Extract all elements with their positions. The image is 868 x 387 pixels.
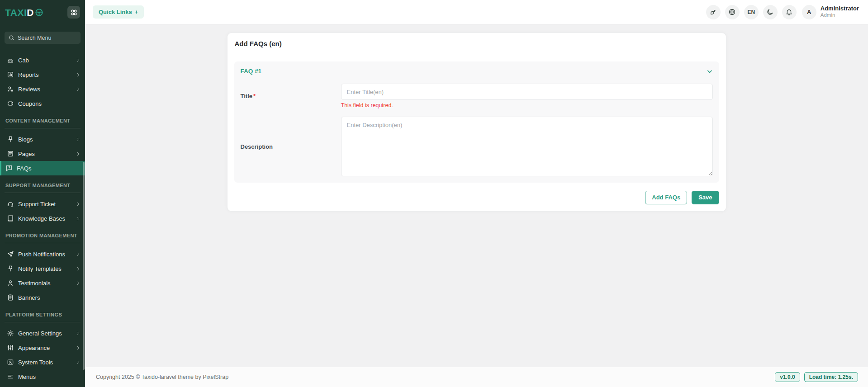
plus-icon: + (135, 9, 138, 15)
sidebar-item-label: Reports (18, 71, 71, 78)
moon-icon[interactable] (763, 5, 778, 19)
page-footer: Copyright 2025 © Taxido-laravel theme by… (85, 367, 868, 387)
sidebar-item-push-notifications[interactable]: Push Notifications (0, 247, 85, 261)
car-icon (7, 57, 14, 64)
nav-divider (5, 128, 81, 128)
sidebar-item-label: Cab (18, 57, 71, 64)
sidebar-item-label: Blogs (18, 136, 71, 143)
chevron-right-icon (76, 202, 81, 207)
faq-collapse-header[interactable]: FAQ #1 (241, 68, 713, 75)
chevron-right-icon (76, 137, 81, 142)
globe-icon[interactable] (725, 5, 740, 19)
title-label: Title* (241, 93, 341, 99)
title-input[interactable] (341, 84, 713, 100)
paper-plane-icon (7, 250, 14, 258)
nav-section-content-management: CONTENT MANAGEMENT (0, 117, 85, 124)
nav-section-promotion-management: PROMOTION MANAGEMENT (0, 232, 85, 239)
sidebar-search[interactable] (5, 32, 81, 44)
user-menu[interactable]: A Administrator Admin (802, 5, 859, 19)
quick-links-label: Quick Links (99, 9, 132, 15)
logo-text: TAXID (5, 8, 34, 17)
sidebar-item-reviews[interactable]: Reviews (0, 82, 85, 96)
app-logo[interactable]: TAXID (5, 8, 43, 17)
sidebar-item-label: Knowledge Bases (18, 215, 71, 222)
copyright-text: Copyright 2025 © Taxido-laravel theme by… (96, 374, 228, 380)
quick-links-button[interactable]: Quick Links + (93, 5, 144, 19)
pin-icon (7, 265, 14, 272)
sidebar-nav: CabReportsReviewsCouponsCONTENT MANAGEME… (0, 53, 85, 384)
description-textarea[interactable] (341, 117, 713, 176)
sidebar-item-label: FAQs (17, 165, 81, 172)
sidebar-item-label: Testimonials (18, 280, 71, 287)
add-faqs-button[interactable]: Add FAQs (645, 191, 687, 204)
description-label: Description (241, 143, 341, 150)
search-input[interactable] (18, 35, 76, 41)
sidebar-item-knowledge-bases[interactable]: Knowledge Bases (0, 211, 85, 226)
user-role: Admin (821, 12, 859, 18)
nav-divider (5, 193, 81, 193)
sidebar-item-system-tools[interactable]: System Tools (0, 355, 85, 369)
sidebar-item-label: System Tools (18, 359, 71, 366)
chevron-right-icon (76, 151, 81, 156)
load-time-badge[interactable]: Load time: 1.25s. (804, 372, 858, 382)
description-field-row: Description (241, 117, 713, 176)
sidebar-item-support-ticket[interactable]: Support Ticket (0, 197, 85, 211)
sidebar-item-pages[interactable]: Pages (0, 146, 85, 161)
sliders-icon (7, 344, 14, 351)
sidebar-item-blogs[interactable]: Blogs (0, 132, 85, 146)
chevron-right-icon (76, 345, 81, 350)
sidebar-item-general-settings[interactable]: General Settings (0, 326, 85, 340)
brush-icon[interactable] (706, 5, 721, 19)
sidebar-item-faqs[interactable]: FAQs (0, 161, 85, 175)
apps-grid-icon[interactable] (67, 6, 80, 19)
chevron-down-icon[interactable] (707, 68, 713, 75)
version-badge[interactable]: v1.0.0 (775, 372, 800, 382)
chevron-right-icon (76, 87, 81, 92)
user-name: Administrator (821, 5, 859, 12)
language-label: EN (747, 9, 755, 15)
steering-wheel-icon (35, 8, 43, 17)
chevron-right-icon (76, 360, 81, 365)
bell-icon[interactable] (782, 5, 797, 19)
sidebar-item-label: Notify Templates (18, 265, 71, 272)
language-button[interactable]: EN (744, 5, 759, 19)
report-chart-icon (7, 71, 14, 78)
sidebar-item-label: Reviews (18, 86, 71, 93)
header-actions: EN A Administrator Admin (706, 5, 859, 19)
sidebar-item-label: Push Notifications (18, 251, 71, 258)
sidebar-item-banners[interactable]: Banners (0, 290, 85, 305)
sidebar-item-cab[interactable]: Cab (0, 53, 85, 67)
sidebar-item-label: General Settings (18, 330, 71, 337)
save-button[interactable]: Save (692, 191, 719, 204)
main-content: Add FAQs (en) FAQ #1 Title* (85, 24, 868, 367)
chevron-right-icon (76, 331, 81, 336)
sidebar-item-appearance[interactable]: Appearance (0, 340, 85, 355)
nav-divider (5, 243, 81, 243)
sidebar-item-testimonials[interactable]: Testimonials (0, 276, 85, 290)
search-icon (9, 35, 14, 41)
id-card-icon (7, 359, 14, 366)
gear-icon (7, 330, 14, 337)
book-icon (7, 215, 14, 222)
faq-section-title: FAQ #1 (241, 68, 262, 75)
sidebar-item-label: Coupons (18, 100, 81, 107)
chat-question-icon (5, 165, 13, 172)
sidebar-item-label: Menus (18, 373, 81, 380)
sidebar-scrollbar[interactable] (83, 162, 85, 370)
user-badge-icon (7, 279, 14, 287)
nav-divider (5, 322, 81, 322)
headset-icon (7, 200, 14, 208)
pin-icon (7, 136, 14, 143)
sidebar-item-coupons[interactable]: Coupons (0, 96, 85, 111)
sidebar-item-notify-templates[interactable]: Notify Templates (0, 261, 85, 276)
chevron-right-icon (76, 72, 81, 77)
page-title: Add FAQs (en) (235, 40, 719, 47)
sidebar-item-reports[interactable]: Reports (0, 67, 85, 82)
required-asterisk: * (253, 93, 256, 99)
ticket-icon (7, 100, 14, 107)
page-icon (7, 150, 14, 157)
sidebar-item-label: Pages (18, 151, 71, 157)
add-faqs-card: Add FAQs (en) FAQ #1 Title* (228, 33, 726, 211)
sidebar-item-menus[interactable]: Menus (0, 369, 85, 384)
menu-lines-icon (7, 373, 14, 380)
